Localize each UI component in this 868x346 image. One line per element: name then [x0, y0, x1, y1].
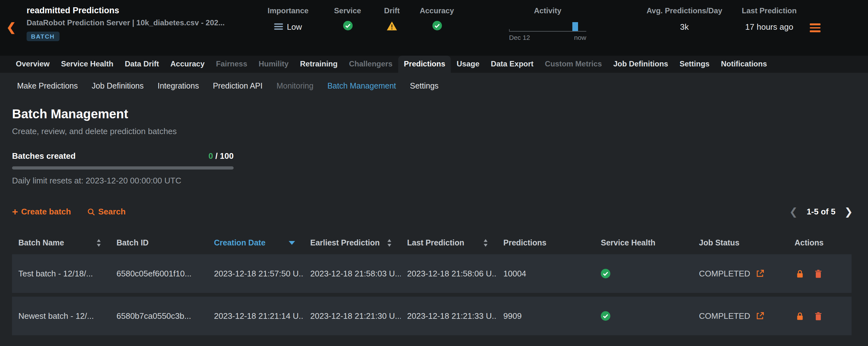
app-window: ❮ readmitted Predictions DataRobot Predi…	[0, 0, 868, 346]
pagination-next-icon[interactable]: ❯	[844, 207, 853, 216]
predictions-subnav: Make PredictionsJob DefinitionsIntegrati…	[0, 73, 868, 91]
column-header-creation-date[interactable]: Creation Date	[208, 235, 304, 250]
table-row[interactable]: Test batch - 12/18/...6580c05ef6001f10..…	[12, 254, 851, 293]
activity-axis	[509, 31, 586, 32]
tab-data-export[interactable]: Data Export	[485, 56, 539, 73]
cell-service-health	[594, 269, 693, 278]
delete-icon[interactable]	[814, 269, 823, 278]
cell-predictions: 9909	[497, 311, 594, 321]
job-status-text: COMPLETED	[699, 311, 750, 321]
tab-fairness[interactable]: Fairness	[210, 56, 253, 73]
table-header-row: Batch NameBatch IDCreation DateEarliest …	[12, 235, 851, 250]
subtab-batch-management[interactable]: Batch Management	[320, 81, 403, 91]
page-head: Batch Management Create, review, and del…	[12, 107, 868, 136]
external-link-icon[interactable]	[756, 270, 764, 278]
batch-quota: Batches created 0 / 100	[12, 151, 234, 170]
deployment-tabs: OverviewService HealthData DriftAccuracy…	[0, 56, 868, 73]
tab-data-drift[interactable]: Data Drift	[119, 56, 165, 73]
search-button[interactable]: Search	[87, 207, 126, 216]
tab-notifications[interactable]: Notifications	[715, 56, 772, 73]
check-circle-icon	[343, 21, 352, 32]
table-row[interactable]: Newest batch - 12/...6580b7ca0550c3b...2…	[12, 297, 851, 335]
sort-desc-icon[interactable]	[289, 241, 295, 245]
subtab-monitoring[interactable]: Monitoring	[269, 81, 320, 91]
deployment-title: readmitted Predictions	[27, 6, 225, 15]
column-header-last-prediction[interactable]: Last Prediction	[401, 235, 497, 250]
stat-service-label: Service	[329, 6, 367, 15]
quota-count: 0 / 100	[208, 151, 234, 161]
sort-icon[interactable]	[96, 239, 101, 247]
stat-last-prediction-label: Last Prediction	[728, 6, 810, 15]
tab-service-health[interactable]: Service Health	[55, 56, 119, 73]
subtab-settings[interactable]: Settings	[403, 81, 445, 91]
column-label: Last Prediction	[407, 239, 464, 247]
table-body: Test batch - 12/18/...6580c05ef6001f10..…	[12, 254, 851, 335]
cell-last-prediction: 2023-12-18 21:58:06 U...	[401, 269, 497, 278]
quota-used: 0	[208, 151, 213, 161]
tab-retraining[interactable]: Retraining	[294, 56, 343, 73]
deployment-header: ❮ readmitted Predictions DataRobot Predi…	[0, 0, 868, 56]
subtab-make-predictions[interactable]: Make Predictions	[10, 81, 85, 91]
tab-accuracy[interactable]: Accuracy	[165, 56, 210, 73]
column-label: Earliest Prediction	[310, 239, 380, 247]
activity-axis-start: Dec 12	[509, 34, 530, 41]
deployment-subtitle: DataRobot Prediction Server | 10k_diabet…	[27, 19, 225, 27]
hamburger-menu-icon[interactable]	[810, 24, 820, 34]
cell-batch-id: 6580b7ca0550c3b...	[110, 311, 208, 321]
tab-predictions[interactable]: Predictions	[398, 56, 451, 73]
subtab-integrations[interactable]: Integrations	[151, 81, 206, 91]
check-circle-icon	[601, 311, 610, 321]
tab-settings[interactable]: Settings	[674, 56, 715, 73]
sort-icon[interactable]	[387, 239, 392, 247]
create-batch-button[interactable]: + Create batch	[12, 207, 71, 216]
cell-earliest-prediction: 2023-12-18 21:58:03 U...	[304, 269, 401, 278]
batch-toolbar: + Create batch Search ❮ 1-5 of 5 ❯	[12, 207, 853, 216]
cell-actions	[788, 269, 851, 278]
quota-reset-note: Daily limit resets at: 2023-12-20 00:00:…	[12, 176, 868, 185]
sort-icon[interactable]	[483, 239, 488, 247]
stat-activity-label: Activity	[506, 6, 589, 15]
quota-progress-bar	[12, 166, 234, 170]
search-icon	[87, 208, 95, 215]
column-header-earliest-prediction[interactable]: Earliest Prediction	[304, 235, 401, 250]
stat-service: Service	[329, 6, 367, 32]
column-header-batch-name[interactable]: Batch Name	[12, 235, 110, 250]
column-header-batch-id: Batch ID	[110, 235, 208, 250]
column-label: Batch ID	[117, 239, 149, 247]
cell-job-status: COMPLETED	[693, 269, 788, 278]
stat-avg-predictions-label: Avg. Predictions/Day	[639, 6, 730, 15]
stat-avg-predictions-value: 3k	[680, 22, 688, 31]
pagination-prev-icon[interactable]: ❮	[789, 207, 798, 216]
cell-last-prediction: 2023-12-18 21:21:33 U...	[401, 311, 497, 321]
tab-job-definitions[interactable]: Job Definitions	[608, 56, 674, 73]
external-link-icon[interactable]	[756, 312, 764, 320]
quota-label: Batches created	[12, 151, 76, 161]
cell-actions	[788, 312, 851, 320]
create-batch-label: Create batch	[21, 207, 71, 216]
subtab-job-definitions[interactable]: Job Definitions	[85, 81, 151, 91]
lock-icon[interactable]	[796, 269, 804, 278]
column-label: Job Status	[699, 239, 740, 247]
pagination: ❮ 1-5 of 5 ❯	[789, 207, 853, 216]
activity-axis-end: now	[574, 34, 586, 41]
cell-earliest-prediction: 2023-12-18 21:21:30 U...	[304, 311, 401, 321]
cell-creation-date: 2023-12-18 21:21:14 U...	[208, 311, 304, 321]
back-chevron-icon[interactable]: ❮	[6, 20, 16, 34]
tab-custom-metrics[interactable]: Custom Metrics	[539, 56, 608, 73]
tab-humility[interactable]: Humility	[253, 56, 294, 73]
tab-challengers[interactable]: Challengers	[343, 56, 398, 73]
column-label: Creation Date	[214, 239, 266, 247]
cell-service-health	[594, 311, 693, 321]
tab-overview[interactable]: Overview	[10, 56, 55, 73]
search-label: Search	[98, 207, 126, 216]
cell-batch-name: Test batch - 12/18/...	[12, 269, 110, 278]
lock-icon[interactable]	[796, 312, 804, 320]
tab-usage[interactable]: Usage	[451, 56, 485, 73]
importance-bars-icon	[274, 22, 283, 31]
stat-avg-predictions: Avg. Predictions/Day 3k	[639, 6, 730, 32]
delete-icon[interactable]	[814, 312, 823, 320]
subtab-prediction-api[interactable]: Prediction API	[206, 81, 269, 91]
job-status-text: COMPLETED	[699, 269, 750, 278]
stat-importance: Importance Low	[256, 6, 320, 32]
column-label: Service Health	[601, 239, 655, 247]
